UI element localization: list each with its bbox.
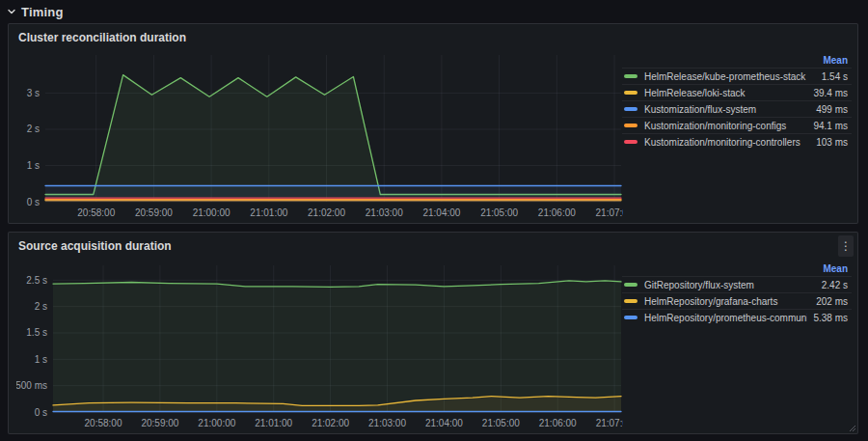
svg-text:20:58:00: 20:58:00 (85, 418, 122, 428)
panel-header: Cluster reconciliation duration (9, 24, 857, 51)
svg-text:21:07:00: 21:07:00 (596, 418, 623, 428)
panel-menu-icon[interactable]: ⋮ (838, 235, 854, 257)
svg-text:20:59:00: 20:59:00 (135, 207, 173, 218)
series-color-swatch (624, 74, 637, 78)
panel-title[interactable]: Cluster reconciliation duration (9, 31, 186, 44)
svg-text:21:07:00: 21:07:00 (596, 207, 623, 218)
legend-item[interactable]: HelmRepository/prometheus-community5.38 … (622, 309, 852, 325)
series-name: GitRepository/flux-system (644, 280, 816, 290)
svg-text:2.5 s: 2.5 s (26, 275, 47, 286)
panel-resize-handle[interactable] (847, 423, 855, 431)
svg-text:21:03:00: 21:03:00 (368, 418, 406, 428)
grafana-dashboard: Timing Cluster reconciliation duration 0… (0, 0, 868, 441)
svg-text:0 s: 0 s (27, 197, 40, 207)
series-mean-value: 2.42 s (822, 280, 848, 290)
svg-text:21:05:00: 21:05:00 (482, 418, 520, 428)
legend-rows: GitRepository/flux-system2.42 sHelmRepos… (622, 276, 852, 325)
svg-text:21:01:00: 21:01:00 (255, 418, 292, 428)
series-name: Kustomization/monitoring-controllers (644, 137, 810, 148)
legend-mean-header[interactable]: Mean (622, 53, 852, 68)
series-mean-value: 202 ms (816, 296, 848, 307)
series-color-swatch (624, 283, 637, 287)
svg-text:21:06:00: 21:06:00 (538, 207, 576, 218)
series-mean-value: 1.54 s (822, 71, 848, 82)
series-color-swatch (624, 140, 637, 144)
series-name: HelmRepository/prometheus-community (644, 313, 807, 323)
series-color-swatch (624, 316, 637, 319)
series-mean-value: 499 ms (816, 104, 848, 115)
series-name: Kustomization/monitoring-configs (644, 121, 807, 131)
svg-text:21:02:00: 21:02:00 (308, 207, 345, 218)
legend-table: Mean GitRepository/flux-system2.42 sHelm… (622, 262, 852, 325)
svg-text:3 s: 3 s (27, 88, 40, 98)
series-mean-value: 5.38 ms (813, 313, 848, 323)
svg-text:21:00:00: 21:00:00 (198, 418, 235, 428)
series-name: HelmRelease/loki-stack (644, 88, 807, 98)
series-mean-value: 103 ms (816, 137, 848, 148)
panel-source-acquisition-duration: Source acquisition duration ⋮ 0 s500 ms1… (8, 232, 858, 434)
legend-item[interactable]: HelmRepository/grafana-charts202 ms (622, 292, 852, 309)
chevron-down-icon (6, 6, 17, 17)
svg-text:21:03:00: 21:03:00 (366, 207, 403, 218)
series-color-swatch (624, 107, 637, 111)
svg-text:2 s: 2 s (27, 124, 40, 134)
svg-text:21:01:00: 21:01:00 (250, 207, 287, 218)
series-color-swatch (624, 299, 637, 303)
legend-item[interactable]: GitRepository/flux-system2.42 s (622, 276, 852, 292)
series-mean-value: 39.4 ms (813, 88, 848, 98)
panel-cluster-reconciliation-duration: Cluster reconciliation duration 0 s1 s2 … (8, 23, 858, 224)
series-name: Kustomization/flux-system (644, 104, 810, 115)
series-mean-value: 94.1 ms (813, 121, 848, 131)
legend-item[interactable]: HelmRelease/kube-prometheus-stack1.54 s (622, 68, 852, 84)
svg-text:21:04:00: 21:04:00 (422, 207, 460, 218)
chart-canvas[interactable]: 0 s500 ms1 s1.5 s2 s2.5 s20:58:0020:59:0… (16, 260, 623, 433)
svg-text:21:00:00: 21:00:00 (193, 207, 231, 218)
svg-text:1 s: 1 s (27, 160, 40, 171)
svg-text:21:04:00: 21:04:00 (425, 418, 463, 428)
series-name: HelmRepository/grafana-charts (644, 296, 810, 307)
svg-text:0 s: 0 s (35, 407, 47, 418)
svg-text:21:05:00: 21:05:00 (480, 207, 518, 218)
svg-text:1 s: 1 s (35, 354, 47, 365)
svg-text:1.5 s: 1.5 s (26, 327, 47, 338)
legend-item[interactable]: Kustomization/monitoring-controllers103 … (622, 133, 852, 150)
panel-title[interactable]: Source acquisition duration (9, 239, 172, 253)
svg-text:20:59:00: 20:59:00 (141, 418, 178, 428)
legend-item[interactable]: HelmRelease/loki-stack39.4 ms (622, 84, 852, 100)
svg-text:20:58:00: 20:58:00 (77, 207, 115, 218)
svg-text:21:06:00: 21:06:00 (539, 418, 577, 428)
legend-rows: HelmRelease/kube-prometheus-stack1.54 sH… (622, 68, 852, 150)
legend-table: Mean HelmRelease/kube-prometheus-stack1.… (622, 53, 852, 150)
series-color-swatch (624, 91, 637, 95)
legend-item[interactable]: Kustomization/monitoring-configs94.1 ms (622, 117, 852, 133)
svg-text:500 ms: 500 ms (16, 380, 47, 391)
series-color-swatch (624, 124, 637, 127)
panel-header: Source acquisition duration (9, 233, 857, 260)
row-header-timing[interactable]: Timing (6, 2, 64, 21)
time-series-plot[interactable]: 0 s1 s2 s3 s20:58:0020:59:0021:00:0021:0… (16, 51, 623, 223)
legend-mean-header[interactable]: Mean (622, 262, 852, 276)
series-name: HelmRelease/kube-prometheus-stack (644, 71, 816, 82)
chart-canvas[interactable]: 0 s1 s2 s3 s20:58:0020:59:0021:00:0021:0… (16, 51, 623, 223)
time-series-plot[interactable]: 0 s500 ms1 s1.5 s2 s2.5 s20:58:0020:59:0… (16, 260, 623, 433)
legend-item[interactable]: Kustomization/flux-system499 ms (622, 100, 852, 117)
svg-text:21:02:00: 21:02:00 (312, 418, 349, 428)
svg-text:2 s: 2 s (35, 301, 47, 312)
section-title: Timing (21, 5, 64, 19)
